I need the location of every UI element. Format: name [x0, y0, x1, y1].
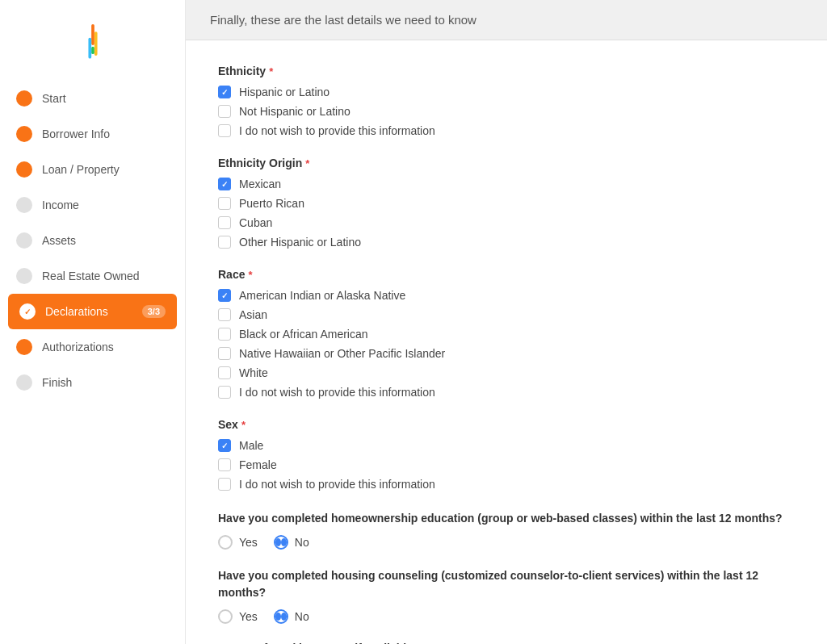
- ethnicity-origin-options: Mexican Puerto Rican Cuban Other Hispani…: [218, 178, 795, 249]
- svg-rect-0: [91, 24, 94, 45]
- real-estate-dot: [16, 268, 32, 284]
- race-option-2[interactable]: Black or African American: [218, 328, 795, 341]
- sidebar-label-finish: Finish: [42, 376, 169, 389]
- svg-rect-3: [94, 31, 97, 56]
- homeownership-radio-group: Yes No: [218, 535, 795, 550]
- origin-cb-1[interactable]: [218, 197, 231, 210]
- sex-option-0[interactable]: Male: [218, 439, 795, 452]
- ethnicity-option-1[interactable]: Not Hispanic or Latino: [218, 105, 795, 118]
- sidebar-label-borrower: Borrower Info: [42, 128, 169, 140]
- homeownership-question: Have you completed homeownership educati…: [218, 510, 795, 527]
- ethnicity-origin-section: Ethnicity Origin * Mexican Puerto Rican …: [218, 157, 795, 249]
- housing-no-radio[interactable]: [274, 609, 288, 624]
- origin-label-3: Other Hispanic or Latino: [239, 236, 361, 249]
- ethnicity-options: Hispanic or Latino Not Hispanic or Latin…: [218, 86, 795, 137]
- sidebar-item-start[interactable]: Start: [0, 81, 185, 116]
- sidebar-label-start: Start: [42, 92, 169, 105]
- sidebar-item-real-estate[interactable]: Real Estate Owned: [0, 258, 185, 294]
- origin-cb-2[interactable]: [218, 216, 231, 229]
- race-cb-3[interactable]: [218, 347, 231, 360]
- header-text: Finally, these are the last details we n…: [210, 13, 476, 27]
- ethnicity-option-0[interactable]: Hispanic or Latino: [218, 86, 795, 98]
- sidebar-item-assets[interactable]: Assets: [0, 223, 185, 258]
- sidebar-label-income: Income: [42, 199, 169, 211]
- race-cb-0[interactable]: [218, 289, 231, 302]
- housing-question-row: Have you completed housing counseling (c…: [218, 567, 795, 624]
- race-option-1[interactable]: Asian: [218, 308, 795, 321]
- sex-option-2[interactable]: I do not wish to provide this informatio…: [218, 478, 795, 491]
- homeownership-yes-label: Yes: [239, 536, 258, 549]
- race-label-3: Native Hawaiian or Other Pacific Islande…: [239, 347, 445, 360]
- sex-options: Male Female I do not wish to provide thi…: [218, 439, 795, 491]
- sex-cb-2[interactable]: [218, 478, 231, 491]
- housing-yes-label: Yes: [239, 610, 258, 623]
- race-options: American Indian or Alaska Native Asian B…: [218, 289, 795, 399]
- homeownership-yes-radio[interactable]: [218, 535, 233, 550]
- origin-option-3[interactable]: Other Hispanic or Latino: [218, 236, 795, 249]
- sex-cb-0[interactable]: [218, 439, 231, 452]
- sex-cb-1[interactable]: [218, 458, 231, 471]
- sidebar-item-borrower-info[interactable]: Borrower Info: [0, 116, 185, 152]
- declarations-badge: 3/3: [142, 305, 166, 318]
- ethnicity-label: Ethnicity *: [218, 65, 795, 77]
- sidebar-item-declarations[interactable]: ✓ Declarations 3/3: [8, 294, 177, 329]
- sidebar-item-finish[interactable]: Finish: [0, 365, 185, 400]
- header-bar: Finally, these are the last details we n…: [186, 0, 827, 40]
- origin-label-0: Mexican: [239, 178, 281, 190]
- race-cb-5[interactable]: [218, 386, 231, 399]
- race-label-1: Asian: [239, 308, 267, 321]
- origin-cb-0[interactable]: [218, 178, 231, 190]
- homeownership-no-item[interactable]: No: [274, 535, 309, 550]
- race-option-3[interactable]: Native Hawaiian or Other Pacific Islande…: [218, 347, 795, 360]
- sidebar-label-loan: Loan / Property: [42, 163, 169, 176]
- origin-label-2: Cuban: [239, 216, 272, 229]
- assets-dot: [16, 232, 32, 249]
- sidebar-item-authorizations[interactable]: Authorizations: [0, 329, 185, 365]
- race-label: Race *: [218, 268, 795, 281]
- race-option-0[interactable]: American Indian or Alaska Native: [218, 289, 795, 302]
- race-option-4[interactable]: White: [218, 366, 795, 379]
- race-label-5: I do not wish to provide this informatio…: [239, 386, 435, 399]
- sex-label-0: Male: [239, 439, 263, 452]
- origin-option-1[interactable]: Puerto Rican: [218, 197, 795, 210]
- housing-no-item[interactable]: No: [274, 609, 309, 624]
- origin-label-1: Puerto Rican: [239, 197, 304, 210]
- authorizations-dot: [16, 339, 32, 355]
- ethnicity-label-0: Hispanic or Latino: [239, 86, 330, 98]
- svg-rect-2: [88, 38, 91, 59]
- origin-option-0[interactable]: Mexican: [218, 178, 795, 190]
- sidebar-label-declarations: Declarations: [45, 305, 132, 318]
- start-dot: [16, 90, 32, 107]
- sidebar-item-income[interactable]: Income: [0, 187, 185, 223]
- svg-rect-1: [91, 47, 94, 54]
- main-content: Finally, these are the last details we n…: [186, 0, 827, 644]
- race-cb-1[interactable]: [218, 308, 231, 321]
- race-option-5[interactable]: I do not wish to provide this informatio…: [218, 386, 795, 399]
- housing-yes-radio[interactable]: [218, 609, 233, 624]
- sidebar-item-loan-property[interactable]: Loan / Property: [0, 152, 185, 187]
- housing-yes-item[interactable]: Yes: [218, 609, 258, 624]
- sex-label-2: I do not wish to provide this informatio…: [239, 478, 435, 491]
- sex-section: Sex * Male Female I do not wish to provi…: [218, 418, 795, 491]
- housing-no-label: No: [295, 610, 309, 623]
- sidebar-label-authorizations: Authorizations: [42, 341, 169, 353]
- race-cb-2[interactable]: [218, 328, 231, 341]
- ethnicity-cb-1[interactable]: [218, 105, 231, 118]
- homeownership-yes-item[interactable]: Yes: [218, 535, 258, 550]
- ethnicity-cb-0[interactable]: [218, 86, 231, 98]
- housing-radio-group: Yes No: [218, 609, 795, 624]
- race-cb-4[interactable]: [218, 366, 231, 379]
- ethnicity-label-2: I do not wish to provide this informatio…: [239, 124, 435, 137]
- origin-option-2[interactable]: Cuban: [218, 216, 795, 229]
- finish-dot: [16, 374, 32, 391]
- origin-cb-3[interactable]: [218, 236, 231, 249]
- ethnicity-label-1: Not Hispanic or Latino: [239, 105, 351, 118]
- ethnicity-cb-2[interactable]: [218, 124, 231, 137]
- race-label-0: American Indian or Alaska Native: [239, 289, 405, 302]
- sex-option-1[interactable]: Female: [218, 458, 795, 471]
- race-label-4: White: [239, 366, 268, 379]
- loan-dot: [16, 161, 32, 178]
- homeownership-no-radio[interactable]: [274, 535, 288, 550]
- ethnicity-option-2[interactable]: I do not wish to provide this informatio…: [218, 124, 795, 137]
- borrower-dot: [16, 126, 32, 142]
